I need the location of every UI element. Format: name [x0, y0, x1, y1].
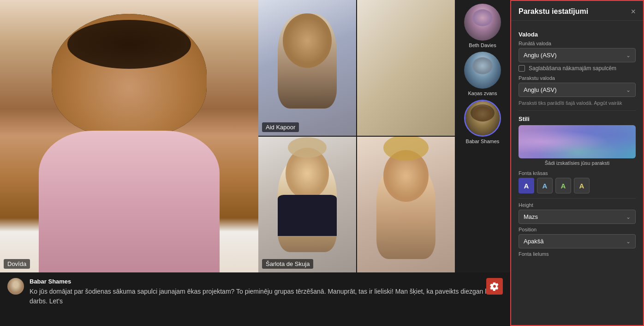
thumb-avatar-beth: [464, 4, 501, 41]
jacket-sarlota: [278, 195, 336, 235]
hair-4: [383, 137, 429, 161]
body: [39, 131, 220, 272]
subtitle-info: Paraksti tiks parādīti šajā valodā. Apgū…: [519, 100, 636, 107]
main-video: Dovīda: [0, 0, 258, 272]
caption-bar: Babar Shames Ko jūs domājat par šodienas…: [0, 272, 510, 326]
spoken-language-select[interactable]: Angļu (ASV) ⌄: [519, 48, 636, 62]
thumb-avatar-kanas: [464, 52, 501, 89]
font-color-btn-1[interactable]: A: [519, 178, 534, 193]
grid-video-empty: [357, 0, 455, 136]
thumb-beth[interactable]: Beth Davies: [459, 4, 506, 48]
grid-video-aid: Aid Kapoor: [258, 0, 356, 136]
subtitle-language-select[interactable]: Angļu (ASV) ⌄: [519, 83, 636, 97]
panel-body: Valoda Runātā valoda Angļu (ASV) ⌄ Sagla…: [511, 21, 643, 325]
font-color-btn-3[interactable]: A: [555, 178, 571, 193]
panel-close-button[interactable]: ×: [631, 7, 636, 16]
caption-content: Babar Shames Ko jūs domājat par šodienas…: [30, 278, 503, 306]
save-checkbox-label: Saglabāšana nākamajām sapulcēm: [529, 65, 616, 72]
thumb-name-beth: Beth Davies: [469, 42, 496, 48]
panel-title: Parakstu iestatījumi: [519, 7, 588, 16]
font-color-btn-4[interactable]: A: [574, 178, 590, 193]
spoken-language-label: Runātā valoda: [519, 41, 636, 46]
chevron-down-icon-4: ⌄: [626, 238, 631, 245]
vid-bg-2: [357, 0, 455, 136]
language-section-label: Valoda: [519, 31, 636, 38]
height-value: Mazs: [524, 213, 538, 220]
position-value: Apakšā: [524, 238, 543, 245]
gear-icon: [490, 282, 499, 291]
save-checkbox[interactable]: [519, 65, 525, 72]
main-participant-name: Dovīda: [4, 259, 30, 269]
video-section: Dovīda Aid Kapoor: [0, 0, 510, 272]
subtitle-language-label: Parakstu valoda: [519, 75, 636, 81]
height-select[interactable]: Mazs ⌄: [519, 210, 636, 224]
side-panel: Parakstu iestatījumi × Valoda Runātā val…: [510, 0, 644, 326]
divider-2: [519, 198, 636, 199]
grid-videos: Aid Kapoor Šarlota de Skuja: [258, 0, 455, 272]
settings-gear-button[interactable]: [486, 278, 503, 295]
save-checkbox-row: Saglabāšana nākamajām sapulcēm: [519, 65, 636, 72]
caption-speaker-name: Babar Shames: [30, 278, 503, 285]
grid-participant-name-sarlota: Šarlota de Skuja: [262, 259, 313, 269]
caption-avatar: [7, 278, 24, 295]
main-area: Dovīda Aid Kapoor: [0, 0, 510, 326]
divider-1: [519, 110, 636, 111]
font-color-btn-2[interactable]: A: [537, 178, 553, 193]
height-label: Height: [519, 202, 636, 208]
font-colors-row: A A A A: [519, 178, 636, 193]
hair-sarlota: [288, 137, 327, 158]
styles-section-label: Stili: [519, 115, 636, 122]
chevron-down-icon-2: ⌄: [626, 87, 631, 93]
spoken-language-value: Angļu (ASV): [524, 52, 557, 59]
subtitle-language-value: Angļu (ASV): [524, 86, 557, 93]
style-preview[interactable]: [519, 125, 636, 158]
head: [283, 13, 332, 68]
font-size-label: Fonta lielums: [519, 251, 636, 257]
beth-head: [472, 9, 493, 26]
style-preview-caption: Šādi izskatīsies jūsu paraksti: [519, 160, 636, 166]
kanas-head: [472, 57, 493, 74]
thumb-name-kanas: Kaņas zvans: [468, 91, 497, 96]
position-select[interactable]: Apakšā ⌄: [519, 234, 636, 248]
thumb-avatar-babar: [464, 100, 501, 137]
chevron-down-icon-3: ⌄: [626, 214, 631, 220]
position-label: Position: [519, 227, 636, 232]
grid-video-sarlota: Šarlota de Skuja: [258, 137, 356, 272]
grid-video-4th: [357, 137, 455, 272]
head-4: [383, 150, 429, 202]
main-video-bg: [0, 0, 258, 272]
panel-header: Parakstu iestatījumi ×: [511, 1, 643, 21]
chevron-down-icon: ⌄: [626, 52, 631, 59]
style-preview-inner: [519, 125, 636, 158]
thumb-kanas[interactable]: Kaņas zvans: [459, 52, 506, 96]
thumb-name-babar: Babar Shames: [466, 139, 500, 144]
caption-text: Ko jūs domājat par šodienas sākuma sapul…: [30, 287, 503, 306]
font-colors-label: Fonta krāsas: [519, 170, 636, 176]
thumb-babar[interactable]: Babar Shames: [459, 100, 506, 144]
grid-participant-name-aid: Aid Kapoor: [262, 122, 299, 132]
hair: [67, 20, 191, 69]
head-sarlota: [286, 148, 328, 199]
thumbnail-column: Beth Davies Kaņas zvans Babar Shames: [455, 0, 510, 272]
head-shape: [52, 14, 207, 137]
